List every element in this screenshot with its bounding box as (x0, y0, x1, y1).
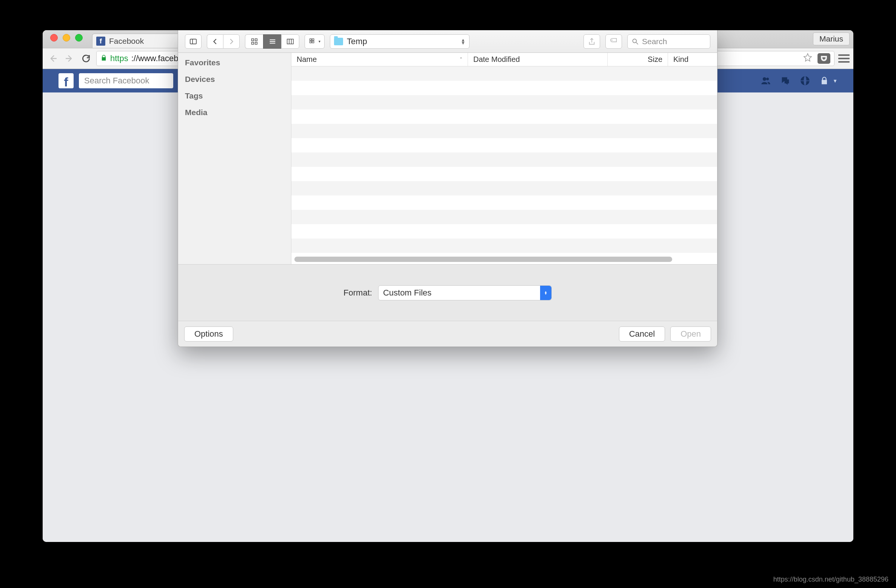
path-dropdown[interactable]: Temp ▲▼ (330, 34, 470, 49)
facebook-privacy-dropdown[interactable]: ▼ (819, 75, 837, 86)
svg-rect-10 (310, 38, 312, 40)
options-button[interactable]: Options (184, 326, 233, 342)
nav-back-button[interactable] (46, 52, 59, 65)
browser-window: f Facebook × Marius https://www.facebook… (43, 30, 853, 542)
bookmark-star-icon[interactable] (803, 53, 812, 64)
table-row (291, 195, 717, 210)
window-zoom-icon[interactable] (75, 34, 83, 42)
reload-icon (81, 54, 91, 63)
dialog-search-placeholder: Search (642, 37, 667, 46)
chevron-left-icon (211, 37, 219, 46)
chevron-down-icon: ▾ (319, 39, 320, 43)
column-header-date[interactable]: Date Modified (468, 53, 608, 66)
dialog-sidebar: Favorites Devices Tags Media (178, 53, 291, 264)
open-button[interactable]: Open (670, 326, 711, 342)
column-header-kind[interactable]: Kind (668, 53, 717, 66)
facebook-header-actions: ▼ (760, 75, 837, 86)
friend-requests-icon[interactable] (760, 75, 771, 86)
svg-line-16 (636, 42, 638, 44)
format-bar: Format: Custom Files ▲▼ (178, 264, 717, 321)
scrollbar-thumb[interactable] (294, 257, 672, 262)
lock-icon (100, 54, 107, 63)
window-traffic-lights (48, 30, 92, 48)
lock-icon (819, 75, 830, 86)
reload-button[interactable] (80, 52, 92, 65)
table-row (291, 167, 717, 181)
arrow-left-icon (48, 54, 57, 63)
column-header-name[interactable]: Name ˄ (291, 53, 468, 66)
format-select[interactable]: Custom Files ▲▼ (378, 285, 552, 300)
tab-title: Facebook (109, 37, 144, 46)
horizontal-scrollbar[interactable] (294, 257, 714, 262)
svg-rect-6 (255, 42, 257, 44)
format-value: Custom Files (383, 288, 431, 298)
nav-history-group (207, 34, 240, 49)
path-label: Temp (347, 37, 367, 46)
browser-user-label: Marius (819, 34, 843, 43)
view-icons-button[interactable] (245, 34, 263, 49)
svg-rect-3 (251, 38, 254, 41)
table-row (291, 81, 717, 95)
table-row (291, 152, 717, 167)
dialog-button-bar: Options Cancel Open (178, 321, 717, 346)
sidebar-toggle-button[interactable] (185, 34, 202, 49)
facebook-logo-icon[interactable]: f (59, 73, 74, 88)
browser-menu-button[interactable] (838, 54, 850, 63)
tag-icon (610, 37, 618, 46)
column-header-name-label: Name (297, 55, 317, 64)
arrange-dropdown-button[interactable]: ▾ (305, 34, 325, 49)
facebook-favicon-icon: f (96, 37, 105, 46)
watermark-text: https://blog.csdn.net/github_38885296 (773, 576, 888, 583)
dialog-toolbar: ▾ Temp ▲▼ Search (178, 30, 717, 53)
svg-rect-7 (287, 39, 294, 44)
arrow-right-icon (65, 54, 74, 63)
view-list-button[interactable] (263, 34, 281, 49)
column-header-size[interactable]: Size (608, 53, 668, 66)
format-label: Format: (343, 288, 372, 298)
share-button[interactable] (583, 34, 600, 49)
share-icon (588, 37, 596, 46)
cancel-button[interactable]: Cancel (619, 326, 665, 342)
folder-icon (334, 38, 343, 45)
pocket-icon[interactable] (817, 53, 830, 64)
window-close-icon[interactable] (50, 34, 58, 42)
sort-ascending-icon: ˄ (460, 57, 462, 63)
svg-point-15 (633, 39, 636, 43)
view-columns-button[interactable] (281, 34, 299, 49)
column-headers: Name ˄ Date Modified Size Kind (291, 53, 717, 66)
file-list-pane: Name ˄ Date Modified Size Kind (291, 53, 717, 264)
dialog-forward-button[interactable] (223, 34, 240, 49)
table-row (291, 239, 717, 253)
chevron-right-icon (227, 37, 236, 46)
sidebar-section-favorites[interactable]: Favorites (185, 58, 284, 67)
table-row (291, 66, 717, 81)
url-scheme: https (110, 54, 128, 63)
nav-forward-button[interactable] (63, 52, 76, 65)
dialog-body: Favorites Devices Tags Media Name ˄ Date… (178, 53, 717, 264)
file-rows (291, 66, 717, 264)
sidebar-section-devices[interactable]: Devices (185, 75, 284, 84)
tags-button[interactable] (605, 34, 622, 49)
sidebar-toggle-icon (189, 37, 197, 46)
browser-user-button[interactable]: Marius (813, 32, 850, 45)
facebook-search-input[interactable]: Search Facebook (79, 73, 173, 88)
dialog-search-input[interactable]: Search (627, 34, 710, 49)
svg-rect-4 (255, 38, 257, 41)
messages-icon[interactable] (780, 75, 791, 86)
sidebar-section-tags[interactable]: Tags (185, 91, 284, 100)
dialog-back-button[interactable] (207, 34, 223, 49)
notifications-globe-icon[interactable] (799, 75, 811, 86)
svg-rect-11 (312, 38, 314, 40)
svg-rect-5 (251, 42, 254, 44)
svg-point-14 (611, 39, 613, 40)
grid-icon (250, 37, 259, 46)
table-row (291, 124, 717, 138)
window-minimize-icon[interactable] (63, 34, 70, 42)
hamburger-icon (838, 54, 850, 56)
table-row (291, 181, 717, 195)
sidebar-section-media[interactable]: Media (185, 108, 284, 117)
table-row (291, 95, 717, 109)
file-open-dialog: ▾ Temp ▲▼ Search Favorites Devices (178, 30, 717, 347)
svg-rect-12 (310, 41, 312, 43)
arrange-icon (309, 37, 317, 46)
